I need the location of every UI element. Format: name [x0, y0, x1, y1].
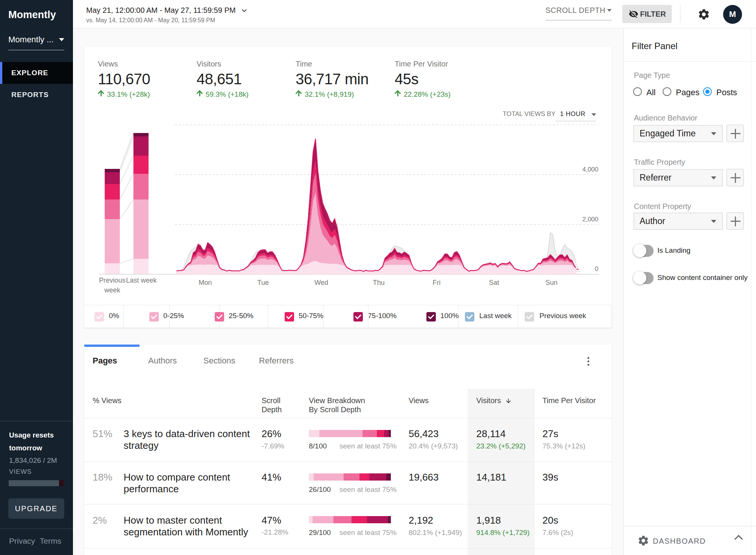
svg-text:Last week: Last week — [126, 277, 157, 284]
svg-text:2,000: 2,000 — [582, 216, 598, 223]
svg-text:Sun: Sun — [545, 279, 558, 286]
svg-text:Wed: Wed — [314, 279, 328, 286]
svg-text:Tue: Tue — [257, 279, 269, 286]
svg-text:Fri: Fri — [433, 279, 441, 286]
svg-text:Previous: Previous — [99, 277, 125, 284]
svg-text:Mon: Mon — [198, 279, 212, 286]
svg-text:4,000: 4,000 — [582, 166, 598, 173]
svg-text:Sat: Sat — [489, 279, 499, 286]
svg-text:0: 0 — [595, 265, 598, 272]
svg-text:week: week — [104, 286, 121, 294]
svg-text:Thu: Thu — [373, 279, 384, 286]
